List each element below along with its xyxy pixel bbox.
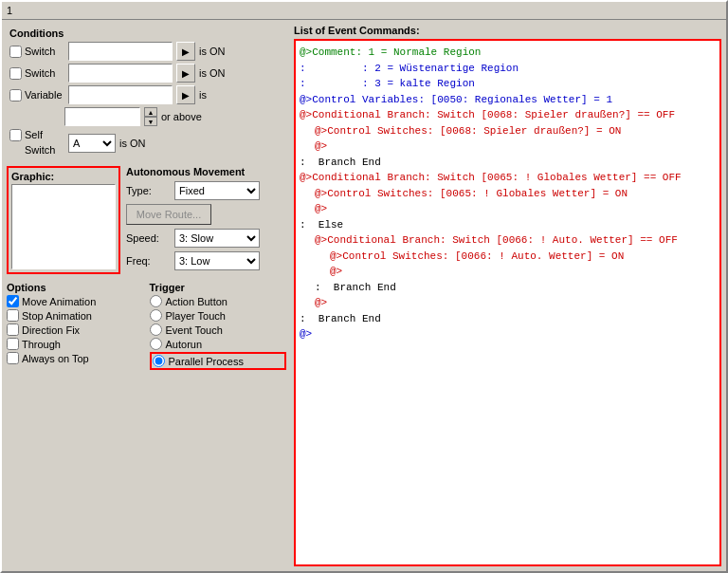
- switch1-input[interactable]: [68, 42, 173, 61]
- freq-label: Freq:: [126, 255, 169, 267]
- options-section: Options Move Animation Stop Animation Di…: [7, 282, 144, 372]
- trigger-label: Trigger: [150, 282, 287, 293]
- switch2-checkbox[interactable]: [9, 67, 22, 80]
- player-touch-radio[interactable]: [150, 309, 162, 322]
- title-bar: 1: [2, 2, 726, 20]
- direction-fix-checkbox[interactable]: [7, 323, 19, 336]
- option-direction-fix: Direction Fix: [7, 323, 144, 336]
- speed-select[interactable]: 1: Slowest 2: Slower 3: Slow 4: Fast 5: …: [174, 229, 260, 248]
- graphic-section: Graphic:: [7, 166, 120, 274]
- switch2-input[interactable]: [68, 64, 173, 83]
- cmd-line-14: @>: [300, 264, 716, 280]
- option-always-on-top: Always on Top: [7, 352, 144, 364]
- event-touch-radio[interactable]: [150, 323, 162, 336]
- cmd-line-3: @>Control Variables: [0050: Regionales W…: [300, 92, 716, 108]
- through-checkbox[interactable]: [7, 338, 19, 350]
- always-on-top-checkbox[interactable]: [7, 352, 19, 364]
- title-text: 1: [7, 5, 12, 16]
- move-animation-label: Move Animation: [22, 296, 96, 307]
- cmd-line-0: @>Comment: 1 = Normale Region: [300, 45, 716, 61]
- action-button-label: Action Button: [166, 296, 228, 307]
- player-touch-label: Player Touch: [166, 310, 226, 322]
- move-animation-checkbox[interactable]: [7, 295, 19, 307]
- action-button-radio[interactable]: [150, 295, 162, 307]
- switch1-row: Switch ▶ is ON: [9, 42, 283, 61]
- main-window: 1 Conditions Switch ▶ is ON: [0, 0, 728, 573]
- cmd-line-10: @>: [300, 201, 716, 217]
- cmd-line-16: @>: [300, 295, 716, 311]
- freq-select[interactable]: 1: Lowest 2: Lower 3: Low 4: Normal 5: H…: [174, 251, 260, 270]
- cmd-line-2: : : 3 = kalte Region: [300, 76, 716, 92]
- cmd-line-18: @>: [300, 326, 716, 342]
- auto-movement-section: Autonomous Movement Type: Fixed Random A…: [126, 166, 286, 274]
- type-label: Type:: [126, 185, 169, 196]
- switch2-arrow[interactable]: ▶: [176, 64, 195, 83]
- cmd-line-6: @>: [300, 139, 716, 155]
- spinner-btns: ▲ ▼: [144, 107, 157, 126]
- freq-row: Freq: 1: Lowest 2: Lower 3: Low 4: Norma…: [126, 251, 286, 270]
- self-switch-suffix: is ON: [119, 138, 146, 149]
- variable-arrow[interactable]: ▶: [176, 85, 195, 104]
- cmd-line-9: @>Control Switches: [0065: ! Globales We…: [300, 186, 716, 202]
- or-above-suffix: or above: [161, 111, 202, 122]
- switch1-checkbox[interactable]: [9, 46, 22, 58]
- spin-up[interactable]: ▲: [144, 107, 157, 117]
- self-switch-label[interactable]: Self Switch: [9, 129, 64, 157]
- through-label: Through: [22, 339, 61, 350]
- speed-label: Speed:: [126, 232, 169, 244]
- stop-animation-checkbox[interactable]: [7, 309, 19, 322]
- cmd-line-1: : : 2 = Wüstenartige Region: [300, 61, 716, 77]
- variable-checkbox[interactable]: [9, 89, 22, 102]
- cmd-line-8: @>Conditional Branch: Switch [0065: ! Gl…: [300, 170, 716, 186]
- graphic-box[interactable]: [11, 184, 116, 269]
- event-commands-label: List of Event Commands:: [294, 25, 721, 36]
- trigger-autorun: Autorun: [150, 338, 287, 350]
- option-through: Through: [7, 338, 144, 350]
- cmd-line-13: @>Control Switches: [0066: ! Auto. Wette…: [300, 249, 716, 265]
- variable-input[interactable]: [68, 85, 173, 104]
- cmd-line-4: @>Conditional Branch: Switch [0068: Spie…: [300, 107, 716, 123]
- auto-movement-label: Autonomous Movement: [126, 166, 286, 177]
- middle-section: Graphic: Autonomous Movement Type: Fixed…: [7, 166, 286, 274]
- option-move-animation: Move Animation: [7, 295, 144, 307]
- autorun-radio[interactable]: [150, 338, 162, 350]
- cmd-line-12: @>Conditional Branch: Switch [0066: ! Au…: [300, 232, 716, 249]
- switch1-arrow[interactable]: ▶: [176, 42, 195, 61]
- parallel-process-radio[interactable]: [153, 355, 165, 367]
- type-row: Type: Fixed Random Approach Custom: [126, 181, 286, 200]
- type-select[interactable]: Fixed Random Approach Custom: [174, 181, 260, 200]
- left-panel: Conditions Switch ▶ is ON Switch: [7, 25, 286, 566]
- options-label: Options: [7, 282, 144, 293]
- option-stop-animation: Stop Animation: [7, 309, 144, 322]
- move-route-row: Move Route...: [126, 204, 286, 225]
- cmd-line-11: : Else: [300, 217, 716, 233]
- conditions-section: Conditions Switch ▶ is ON Switch: [7, 25, 286, 162]
- parallel-process-label: Parallel Process: [169, 356, 244, 367]
- always-on-top-label: Always on Top: [22, 353, 89, 364]
- spin-down[interactable]: ▼: [144, 117, 157, 126]
- variable-label[interactable]: Variable: [9, 89, 64, 102]
- stop-animation-label: Stop Animation: [22, 310, 92, 322]
- cmd-line-17: : Branch End: [300, 311, 716, 327]
- self-switch-checkbox[interactable]: [9, 129, 22, 141]
- event-list[interactable]: @>Comment: 1 = Normale Region : : 2 = Wü…: [294, 39, 721, 566]
- cmd-line-7: : Branch End: [300, 155, 716, 171]
- self-switch-select[interactable]: ABCD: [68, 134, 116, 153]
- direction-fix-label: Direction Fix: [22, 324, 80, 336]
- trigger-action-button: Action Button: [150, 295, 287, 307]
- variable-suffix: is: [199, 89, 207, 101]
- switch1-label[interactable]: Switch: [9, 46, 64, 58]
- or-above-input[interactable]: [64, 107, 140, 126]
- or-above-row: ▲ ▼ or above: [9, 107, 283, 126]
- trigger-event-touch: Event Touch: [150, 323, 287, 336]
- switch2-label[interactable]: Switch: [9, 67, 64, 80]
- speed-row: Speed: 1: Slowest 2: Slower 3: Slow 4: F…: [126, 229, 286, 248]
- right-panel: List of Event Commands: @>Comment: 1 = N…: [294, 25, 721, 566]
- trigger-parallel-process: Parallel Process: [150, 352, 287, 370]
- event-touch-label: Event Touch: [166, 324, 223, 336]
- bottom-section: Options Move Animation Stop Animation Di…: [7, 282, 286, 372]
- move-route-button[interactable]: Move Route...: [126, 204, 211, 225]
- cmd-line-15: : Branch End: [300, 280, 716, 296]
- switch2-row: Switch ▶ is ON: [9, 64, 283, 83]
- switch2-suffix: is ON: [199, 67, 226, 79]
